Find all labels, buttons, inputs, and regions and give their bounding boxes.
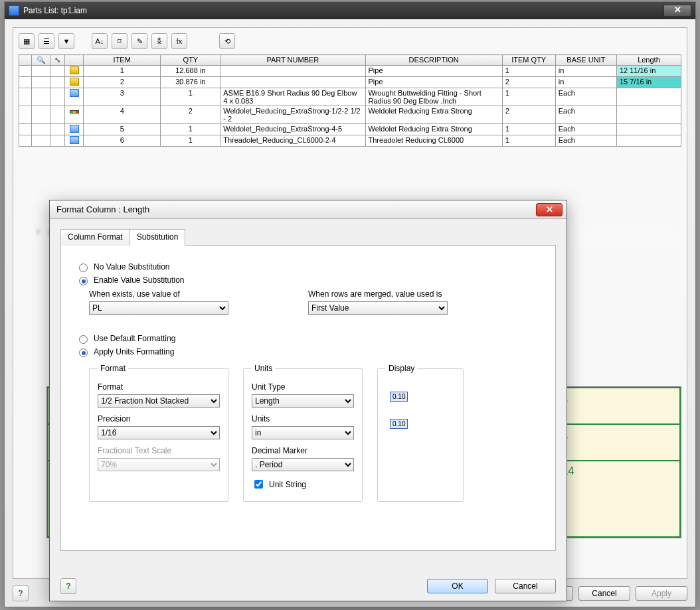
cell-item[interactable]: 4 xyxy=(84,106,161,124)
tab-substitution[interactable]: Substitution xyxy=(130,229,186,246)
select-source-value[interactable]: PL xyxy=(89,301,228,315)
cell-description[interactable]: Threadolet Reducing CL6000 xyxy=(365,135,502,147)
cell-part-number[interactable]: Threadolet_Reducing_CL6000-2-4 xyxy=(220,135,365,147)
main-cancel-button[interactable]: Cancel xyxy=(578,586,630,601)
select-units[interactable]: in xyxy=(252,426,354,439)
cell-item-qty[interactable]: 1 xyxy=(502,88,555,106)
radio-use-default-formatting[interactable]: Use Default Formatting xyxy=(76,333,541,344)
cell-part-number[interactable]: Weldolet_Reducing_ExtraStrong-4-5 xyxy=(220,124,365,135)
col-baseunit[interactable]: BASE UNIT xyxy=(555,55,616,66)
table-row[interactable]: 31ASME B16.9 Short Radius 90 Deg Elbow 4… xyxy=(19,88,681,106)
tab-column-format[interactable]: Column Format xyxy=(60,229,130,246)
checkbox-unit-string-input[interactable] xyxy=(254,480,263,489)
cell-qty[interactable]: 2 xyxy=(161,106,220,124)
cell-item[interactable]: 2 xyxy=(84,77,161,88)
label-decimal-marker: Decimal Marker xyxy=(252,446,354,455)
cell-part-number[interactable]: ASME B16.9 Short Radius 90 Deg Elbow 4 x… xyxy=(220,88,365,106)
checkbox-unit-string[interactable]: Unit String xyxy=(252,478,354,491)
table-row[interactable]: 51Weldolet_Reducing_ExtraStrong-4-5Weldo… xyxy=(19,124,681,135)
cell-item-qty[interactable]: 2 xyxy=(502,106,555,124)
cell-item[interactable]: 6 xyxy=(84,135,161,147)
cell-qty[interactable]: 1 xyxy=(161,88,220,106)
select-merge-value[interactable]: First Value xyxy=(308,301,448,315)
col-blank[interactable] xyxy=(19,55,32,66)
cell-description[interactable]: Weldolet Reducing Extra Strong xyxy=(365,106,502,124)
cell-qty[interactable]: 12.688 in xyxy=(161,66,220,77)
cell-length[interactable] xyxy=(616,106,681,124)
window-close-button[interactable]: ✕ xyxy=(663,5,691,17)
table-row[interactable]: 61Threadolet_Reducing_CL6000-2-4Threadol… xyxy=(19,135,681,147)
cell-base-unit[interactable]: in xyxy=(555,77,616,88)
properties-button[interactable]: ⌑ xyxy=(112,33,128,49)
cell-item[interactable]: 5 xyxy=(84,124,161,135)
cell-base-unit[interactable]: Each xyxy=(555,88,616,106)
radio-enable-value-sub-input[interactable] xyxy=(79,277,88,285)
col-length[interactable]: Length xyxy=(616,55,681,66)
cell-part-number[interactable] xyxy=(220,77,365,88)
radio-apply-units-formatting[interactable]: Apply Units Formatting xyxy=(76,346,541,357)
table-row[interactable]: 112.688 inPipe1in12 11/16 in xyxy=(19,66,681,77)
col-item[interactable]: ITEM xyxy=(84,55,161,66)
cell-length[interactable]: 12 11/16 in xyxy=(616,66,681,77)
radio-enable-value-sub[interactable]: Enable Value Substitution xyxy=(76,275,541,285)
col-qty[interactable]: QTY xyxy=(161,55,220,66)
column-chooser-button[interactable]: ▦ xyxy=(19,33,35,49)
cell-base-unit[interactable]: Each xyxy=(555,124,616,135)
cell-item-qty[interactable]: 2 xyxy=(502,77,555,88)
cell-base-unit[interactable]: Each xyxy=(555,106,616,124)
table-row[interactable]: 230.876 inPipe2in15 7/16 in xyxy=(19,77,681,88)
cell-base-unit[interactable]: in xyxy=(555,66,616,77)
cell-qty[interactable]: 1 xyxy=(161,124,220,135)
dialog-ok-button[interactable]: OK xyxy=(427,579,488,593)
cell-item-qty[interactable]: 1 xyxy=(502,124,555,135)
select-format[interactable]: 1/2 Fraction Not Stacked xyxy=(98,394,220,408)
refresh-button[interactable]: ⟲ xyxy=(219,33,235,49)
radio-no-value-sub[interactable]: No Value Substitution xyxy=(76,262,541,272)
group-button[interactable]: ☰ xyxy=(39,33,54,49)
col-tree[interactable]: ⤡ xyxy=(50,55,65,66)
col-magnify[interactable]: 🔍 xyxy=(32,55,50,66)
cell-length[interactable] xyxy=(616,88,681,106)
col-icon[interactable] xyxy=(65,55,84,66)
select-unit-type[interactable]: Length xyxy=(252,394,354,408)
radio-apply-units-input[interactable] xyxy=(79,348,88,357)
col-desc[interactable]: DESCRIPTION xyxy=(365,55,502,66)
radio-use-default-input[interactable] xyxy=(79,335,88,344)
radio-no-value-sub-input[interactable] xyxy=(79,264,88,272)
dialog-help-button[interactable]: ? xyxy=(60,578,76,594)
table-row[interactable]: 42Weldolet_Reducing_ExtraStrong-1/2-2 1/… xyxy=(19,106,681,124)
help-button[interactable]: ? xyxy=(13,585,29,601)
cell-item[interactable]: 3 xyxy=(84,88,161,106)
cell-item-qty[interactable]: 1 xyxy=(502,66,555,77)
select-precision[interactable]: 1/16 xyxy=(98,426,220,439)
cell-qty[interactable]: 1 xyxy=(161,135,220,147)
cell-description[interactable]: Pipe xyxy=(365,66,502,77)
parts-grid[interactable]: 🔍 ⤡ ITEM QTY PART NUMBER DESCRIPTION ITE… xyxy=(19,54,681,147)
cell-length[interactable]: 15 7/16 in xyxy=(616,77,681,88)
col-itemqty[interactable]: ITEM QTY xyxy=(502,55,555,66)
cell-base-unit[interactable]: Each xyxy=(555,135,616,147)
fx-button[interactable]: fx xyxy=(171,33,187,49)
renumber-button[interactable]: ✎ xyxy=(131,33,147,49)
display-toggle-trailing-zero[interactable]: 0.10 xyxy=(390,419,408,429)
symbols-button[interactable]: ⁑ xyxy=(151,33,167,49)
dialog-close-button[interactable]: ✕ xyxy=(536,203,563,216)
cell-part-number[interactable] xyxy=(220,66,365,77)
cell-description[interactable]: Weldolet Reducing Extra Strong xyxy=(365,124,502,135)
select-decimal-marker[interactable]: . Period xyxy=(252,458,354,471)
filter-button[interactable]: ▼ xyxy=(58,33,74,49)
cell-item-qty[interactable]: 1 xyxy=(502,135,555,147)
cell-part-number[interactable]: Weldolet_Reducing_ExtraStrong-1/2-2 1/2 … xyxy=(220,106,365,124)
cell-description[interactable]: Pipe xyxy=(365,77,502,88)
col-partnum[interactable]: PART NUMBER xyxy=(220,55,365,66)
cell-item[interactable]: 1 xyxy=(84,66,161,77)
cell-qty[interactable]: 30.876 in xyxy=(161,77,220,88)
main-apply-button[interactable]: Apply xyxy=(636,586,687,601)
display-toggle-leading-zero[interactable]: 0.10 xyxy=(390,392,408,402)
label-units: Units xyxy=(252,414,354,423)
dialog-cancel-button[interactable]: Cancel xyxy=(495,579,556,593)
cell-length[interactable] xyxy=(616,124,681,135)
sort-button[interactable]: A↓ xyxy=(92,33,108,49)
cell-description[interactable]: Wrought Buttwelding Fitting - Short Radi… xyxy=(365,88,502,106)
cell-length[interactable] xyxy=(616,135,681,147)
